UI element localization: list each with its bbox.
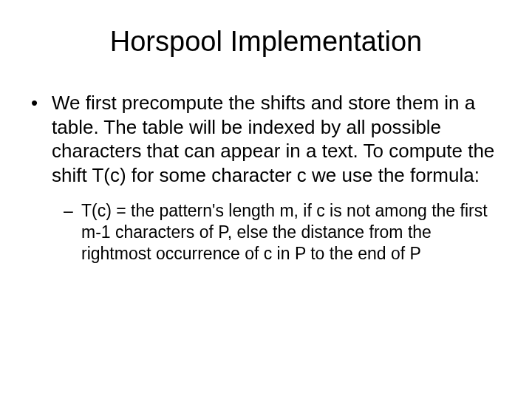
slide: Horspool Implementation We first precomp…: [0, 0, 532, 399]
bullet-level-1: We first precompute the shifts and store…: [30, 91, 502, 187]
bullet-level-2: T(c) = the pattern's length m, if c is n…: [30, 200, 502, 264]
page-title: Horspool Implementation: [30, 26, 502, 58]
